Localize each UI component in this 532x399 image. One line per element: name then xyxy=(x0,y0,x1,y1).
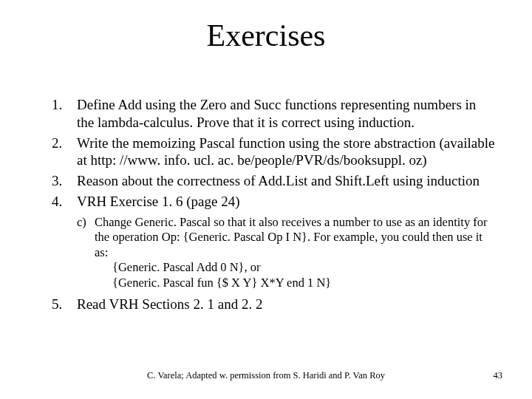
sublist-text: Change Generic. Pascal so that it also r… xyxy=(95,215,495,261)
list-text: VRH Exercise 1. 6 (page 24) xyxy=(77,193,495,211)
list-text: Write the memoizing Pascal function usin… xyxy=(77,134,495,170)
list-number: 4. xyxy=(52,193,77,211)
list-number: 5. xyxy=(52,296,77,313)
list-item: 5. Read VRH Sections 2. 1 and 2. 2 xyxy=(52,296,495,313)
sublist: c) Change Generic. Pascal so that it als… xyxy=(77,215,495,291)
list-text: Read VRH Sections 2. 1 and 2. 2 xyxy=(77,296,495,313)
list-item: 3. Reason about the correctness of Add.L… xyxy=(52,172,495,190)
slide: Exercises 1. Define Add using the Zero a… xyxy=(0,0,532,399)
sublist-line: {Generic. Pascal fun {$ X Y} X*Y end 1 N… xyxy=(112,276,495,291)
slide-title: Exercises xyxy=(0,18,532,53)
sublist-item: c) Change Generic. Pascal so that it als… xyxy=(77,215,495,261)
sublist-line: {Generic. Pascal Add 0 N}, or xyxy=(112,260,495,276)
list-number: 3. xyxy=(52,172,77,190)
list-item: 4. VRH Exercise 1. 6 (page 24) xyxy=(52,193,495,211)
list-item: 2. Write the memoizing Pascal function u… xyxy=(52,134,495,170)
list-number: 2. xyxy=(52,134,77,152)
list-item: 1. Define Add using the Zero and Succ fu… xyxy=(52,96,495,132)
list-text: Reason about the correctness of Add.List… xyxy=(77,172,495,190)
page-number: 43 xyxy=(494,370,503,381)
list-number: 1. xyxy=(52,96,77,114)
footer-credit: C. Varela; Adapted w. permission from S.… xyxy=(0,370,532,381)
slide-content: 1. Define Add using the Zero and Succ fu… xyxy=(52,96,495,316)
sublist-label: c) xyxy=(77,215,95,231)
list-text: Define Add using the Zero and Succ funct… xyxy=(77,96,495,132)
